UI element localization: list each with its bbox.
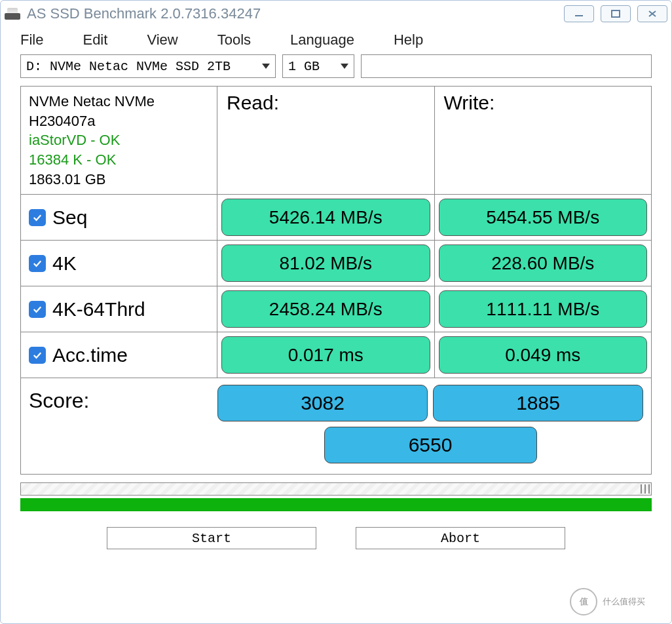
drive-select[interactable]: D: NVMe Netac NVMe SSD 2TB bbox=[20, 54, 276, 78]
menu-edit[interactable]: Edit bbox=[83, 31, 107, 49]
acc-write: 0.049 ms bbox=[439, 336, 648, 374]
abort-button[interactable]: Abort bbox=[356, 527, 565, 549]
start-button[interactable]: Start bbox=[107, 527, 316, 549]
size-select-value: 1 GB bbox=[288, 59, 320, 74]
menu-file[interactable]: File bbox=[20, 31, 43, 49]
progress-bar bbox=[20, 482, 652, 496]
4k-checkbox[interactable] bbox=[29, 255, 46, 272]
menubar: File Edit View Tools Language Help bbox=[1, 27, 671, 53]
4k64-checkbox[interactable] bbox=[29, 301, 46, 318]
drive-select-value: D: NVMe Netac NVMe SSD 2TB bbox=[26, 59, 231, 74]
titlebar: AS SSD Benchmark 2.0.7316.34247 bbox=[1, 1, 671, 27]
device-capacity: 1863.01 GB bbox=[29, 170, 209, 189]
acc-checkbox[interactable] bbox=[29, 347, 46, 364]
4k-write: 228.60 MB/s bbox=[439, 244, 648, 282]
close-button[interactable] bbox=[637, 5, 667, 22]
score-read: 3082 bbox=[217, 385, 428, 421]
device-firmware: H230407a bbox=[29, 111, 209, 131]
4k64-read: 2458.24 MB/s bbox=[221, 290, 430, 328]
device-driver: iaStorVD - OK bbox=[29, 130, 209, 150]
device-info: NVMe Netac NVMe H230407a iaStorVD - OK 1… bbox=[21, 87, 217, 194]
svg-rect-0 bbox=[575, 15, 583, 16]
menu-help[interactable]: Help bbox=[394, 31, 423, 49]
menu-view[interactable]: View bbox=[147, 31, 177, 49]
seq-read: 5426.14 MB/s bbox=[221, 199, 430, 236]
read-header: Read: bbox=[217, 87, 435, 194]
seq-label: Seq bbox=[52, 206, 87, 229]
4k64-label: 4K-64Thrd bbox=[52, 298, 145, 321]
score-write: 1885 bbox=[433, 385, 643, 421]
size-select[interactable]: 1 GB bbox=[282, 54, 354, 78]
4k-label: 4K bbox=[52, 252, 77, 275]
app-icon bbox=[5, 8, 20, 20]
chevron-down-icon bbox=[341, 64, 348, 69]
write-header: Write: bbox=[435, 87, 652, 194]
seq-checkbox[interactable] bbox=[29, 209, 46, 226]
score-total: 6550 bbox=[324, 427, 537, 463]
device-alignment: 16384 K - OK bbox=[29, 150, 209, 170]
app-window: AS SSD Benchmark 2.0.7316.34247 File Edi… bbox=[0, 0, 672, 624]
chevron-down-icon bbox=[262, 64, 270, 69]
minimize-button[interactable] bbox=[564, 5, 594, 22]
menu-tools[interactable]: Tools bbox=[217, 31, 251, 49]
status-field bbox=[361, 54, 652, 78]
menu-language[interactable]: Language bbox=[290, 31, 354, 49]
watermark-icon: 值 bbox=[570, 588, 597, 615]
watermark-text: 什么值得买 bbox=[603, 596, 645, 608]
score-label: Score: bbox=[29, 385, 217, 413]
svg-rect-1 bbox=[612, 10, 620, 17]
window-title: AS SSD Benchmark 2.0.7316.34247 bbox=[27, 5, 564, 22]
4k64-write: 1111.11 MB/s bbox=[439, 290, 648, 328]
maximize-button[interactable] bbox=[601, 5, 631, 22]
status-bar bbox=[20, 498, 652, 511]
acc-read: 0.017 ms bbox=[221, 336, 430, 374]
device-name: NVMe Netac NVMe bbox=[29, 92, 209, 111]
4k-read: 81.02 MB/s bbox=[221, 244, 430, 282]
results-table: NVMe Netac NVMe H230407a iaStorVD - OK 1… bbox=[20, 86, 652, 475]
watermark: 值 什么值得买 bbox=[563, 583, 668, 620]
seq-write: 5454.55 MB/s bbox=[439, 199, 648, 236]
acc-label: Acc.time bbox=[52, 344, 128, 366]
